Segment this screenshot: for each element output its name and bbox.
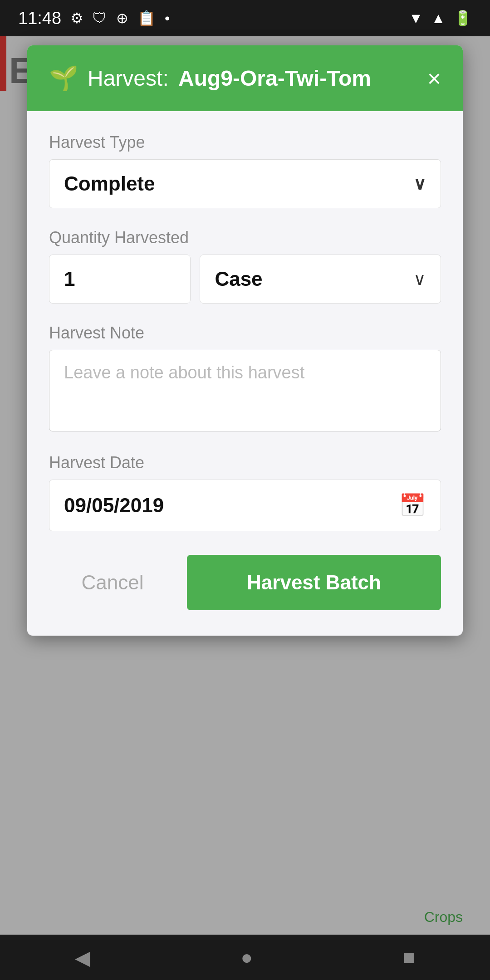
harvest-type-label: Harvest Type xyxy=(49,133,441,152)
shield-icon: 🛡 xyxy=(93,11,107,25)
clipboard-icon: 📋 xyxy=(137,11,156,25)
chevron-down-icon: ∨ xyxy=(413,174,426,194)
modal-header: 🌱 Harvest: Aug9-Ora-Twi-Tom × xyxy=(27,45,463,111)
modal-card: 🌱 Harvest: Aug9-Ora-Twi-Tom × Harvest Ty… xyxy=(27,45,463,636)
home-button[interactable]: ● xyxy=(240,946,253,969)
battery-icon: 🔋 xyxy=(454,11,472,25)
harvest-plant-icon: 🌱 xyxy=(49,64,78,92)
unit-value: Case xyxy=(215,268,262,290)
modal-body: Harvest Type Complete ∨ Quantity Harvest… xyxy=(27,111,463,636)
signal-icon: ▲ xyxy=(431,11,446,25)
quantity-input-wrapper xyxy=(49,255,191,304)
unit-chevron-icon: ∨ xyxy=(413,269,426,289)
harvest-note-input[interactable] xyxy=(49,350,441,431)
harvest-note-group: Harvest Note xyxy=(49,323,441,433)
harvest-batch-button[interactable]: Harvest Batch xyxy=(187,555,441,610)
modal-title-name: Aug9-Ora-Twi-Tom xyxy=(178,66,371,90)
action-row: Cancel Harvest Batch xyxy=(49,555,441,610)
modal-title-prefix: Harvest: xyxy=(88,66,175,90)
location-icon: ⊕ xyxy=(116,11,128,25)
harvest-type-value: Complete xyxy=(64,172,155,195)
harvest-type-group: Harvest Type Complete ∨ xyxy=(49,133,441,208)
quantity-label: Quantity Harvested xyxy=(49,228,441,247)
harvest-date-group: Harvest Date 09/05/2019 📅 xyxy=(49,453,441,531)
gear-icon: ⚙ xyxy=(70,11,83,25)
modal-overlay: 🌱 Harvest: Aug9-Ora-Twi-Tom × Harvest Ty… xyxy=(0,36,490,935)
modal-header-left: 🌱 Harvest: Aug9-Ora-Twi-Tom xyxy=(49,64,371,92)
harvest-type-display[interactable]: Complete ∨ xyxy=(49,160,441,208)
cancel-button[interactable]: Cancel xyxy=(49,555,176,610)
bottom-nav: ◀ ● ■ xyxy=(0,935,490,980)
wifi-icon: ▼ xyxy=(409,11,423,25)
harvest-note-label: Harvest Note xyxy=(49,323,441,343)
harvest-date-label: Harvest Date xyxy=(49,453,441,472)
quantity-row: Case ∨ xyxy=(49,255,441,304)
dot-icon: • xyxy=(165,11,170,25)
back-button[interactable]: ◀ xyxy=(75,946,90,969)
calendar-icon[interactable]: 📅 xyxy=(399,493,426,518)
status-time: 11:48 xyxy=(18,9,61,28)
quantity-input[interactable] xyxy=(49,255,190,303)
recents-button[interactable]: ■ xyxy=(403,946,415,969)
close-button[interactable]: × xyxy=(427,67,441,90)
modal-title: Harvest: Aug9-Ora-Twi-Tom xyxy=(88,66,371,91)
unit-select[interactable]: Case ∨ xyxy=(200,255,441,304)
harvest-date-value: 09/05/2019 xyxy=(64,494,164,517)
harvest-date-field[interactable]: 09/05/2019 📅 xyxy=(49,480,441,531)
status-bar: 11:48 ⚙ 🛡 ⊕ 📋 • ▼ ▲ 🔋 xyxy=(0,0,490,36)
harvest-type-select[interactable]: Complete ∨ xyxy=(49,159,441,208)
quantity-group: Quantity Harvested Case ∨ xyxy=(49,228,441,304)
